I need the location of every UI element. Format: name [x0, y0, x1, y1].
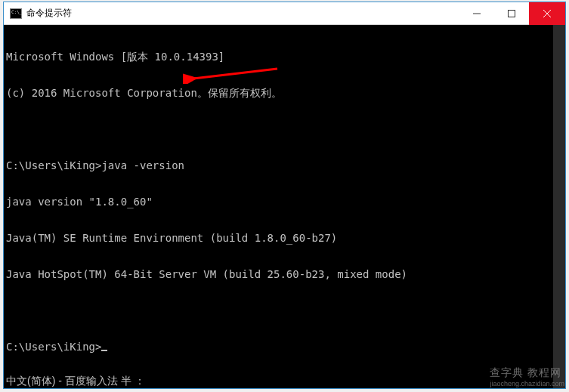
output-line: (c) 2016 Microsoft Corporation。保留所有权利。 — [6, 87, 563, 99]
command-line: C:\Users\iKing>java -version — [6, 159, 563, 171]
ime-status: 中文(简体) - 百度输入法 半 ： — [6, 375, 145, 387]
annotation-arrow-icon — [183, 66, 281, 84]
minimize-button[interactable] — [459, 2, 494, 25]
maximize-button[interactable] — [494, 2, 529, 25]
prompt-line: C:\Users\iKing> — [6, 341, 563, 353]
cmd-icon — [10, 8, 22, 19]
output-line — [6, 304, 563, 316]
svg-line-5 — [193, 69, 277, 79]
window-controls — [459, 2, 565, 24]
title-left: 命令提示符 — [4, 7, 459, 20]
watermark-main: 查字典 教程网 — [490, 366, 561, 378]
watermark: 查字典 教程网 jiaocheng.chazidian.com — [490, 366, 564, 387]
output-line: java version "1.8.0_60" — [6, 196, 563, 208]
output-line: Java HotSpot(TM) 64-Bit Server VM (build… — [6, 268, 563, 280]
terminal-output[interactable]: Microsoft Windows [版本 10.0.14393] (c) 20… — [4, 25, 565, 388]
output-line: Java(TM) SE Runtime Environment (build 1… — [6, 232, 563, 244]
output-line: Microsoft Windows [版本 10.0.14393] — [6, 51, 563, 63]
watermark-sub: jiaocheng.chazidian.com — [490, 380, 564, 387]
output-line — [6, 123, 563, 135]
scrollbar[interactable] — [553, 25, 565, 388]
window-title: 命令提示符 — [26, 7, 72, 20]
command-prompt-window: 命令提示符 Microsoft Windows [版本 10.0.14393] … — [3, 2, 566, 389]
titlebar[interactable]: 命令提示符 — [4, 2, 565, 25]
prompt-text: C:\Users\iKing> — [6, 341, 101, 353]
close-button[interactable] — [529, 2, 565, 25]
cursor — [101, 350, 107, 351]
svg-rect-1 — [509, 11, 515, 17]
